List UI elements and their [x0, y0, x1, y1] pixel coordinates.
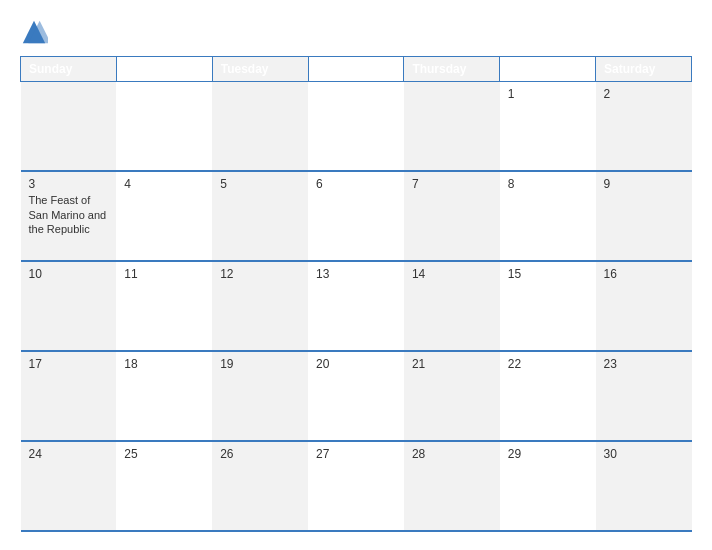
day-number: 8	[508, 177, 588, 191]
header-tuesday: Tuesday	[212, 57, 308, 82]
calendar-cell: 28	[404, 441, 500, 531]
weekday-header-row: Sunday Monday Tuesday Wednesday Thursday…	[21, 57, 692, 82]
calendar-week-row: 3The Feast of San Marino and the Republi…	[21, 171, 692, 261]
calendar-week-row: 17181920212223	[21, 351, 692, 441]
header-thursday: Thursday	[404, 57, 500, 82]
calendar-cell: 19	[212, 351, 308, 441]
day-number: 26	[220, 447, 300, 461]
calendar-cell: 21	[404, 351, 500, 441]
day-number: 15	[508, 267, 588, 281]
day-number: 29	[508, 447, 588, 461]
calendar-week-row: 12	[21, 82, 692, 172]
day-number: 18	[124, 357, 204, 371]
calendar-cell: 10	[21, 261, 117, 351]
day-number: 1	[508, 87, 588, 101]
calendar-cell: 7	[404, 171, 500, 261]
day-number: 10	[29, 267, 109, 281]
logo	[20, 18, 50, 46]
calendar-body: 123The Feast of San Marino and the Repub…	[21, 82, 692, 532]
calendar-page: Sunday Monday Tuesday Wednesday Thursday…	[0, 0, 712, 550]
day-number: 3	[29, 177, 109, 191]
calendar-cell: 30	[596, 441, 692, 531]
calendar-cell	[212, 82, 308, 172]
calendar-cell: 6	[308, 171, 404, 261]
calendar-cell: 29	[500, 441, 596, 531]
day-number: 7	[412, 177, 492, 191]
calendar-cell: 1	[500, 82, 596, 172]
day-number: 28	[412, 447, 492, 461]
calendar-cell: 12	[212, 261, 308, 351]
calendar-cell: 5	[212, 171, 308, 261]
calendar-cell: 18	[116, 351, 212, 441]
header	[20, 18, 692, 46]
calendar-cell: 25	[116, 441, 212, 531]
calendar-table: Sunday Monday Tuesday Wednesday Thursday…	[20, 56, 692, 532]
day-number: 20	[316, 357, 396, 371]
calendar-event: The Feast of San Marino and the Republic	[29, 194, 107, 235]
header-sunday: Sunday	[21, 57, 117, 82]
header-friday: Friday	[500, 57, 596, 82]
calendar-cell: 9	[596, 171, 692, 261]
calendar-cell	[404, 82, 500, 172]
calendar-cell: 23	[596, 351, 692, 441]
calendar-cell: 2	[596, 82, 692, 172]
day-number: 23	[604, 357, 684, 371]
calendar-cell	[21, 82, 117, 172]
day-number: 17	[29, 357, 109, 371]
day-number: 11	[124, 267, 204, 281]
calendar-cell: 26	[212, 441, 308, 531]
calendar-cell: 20	[308, 351, 404, 441]
day-number: 16	[604, 267, 684, 281]
calendar-cell: 24	[21, 441, 117, 531]
day-number: 13	[316, 267, 396, 281]
calendar-week-row: 10111213141516	[21, 261, 692, 351]
calendar-cell: 15	[500, 261, 596, 351]
day-number: 22	[508, 357, 588, 371]
calendar-cell: 17	[21, 351, 117, 441]
calendar-header: Sunday Monday Tuesday Wednesday Thursday…	[21, 57, 692, 82]
calendar-cell: 16	[596, 261, 692, 351]
day-number: 2	[604, 87, 684, 101]
day-number: 24	[29, 447, 109, 461]
day-number: 12	[220, 267, 300, 281]
day-number: 21	[412, 357, 492, 371]
calendar-cell: 8	[500, 171, 596, 261]
calendar-cell: 22	[500, 351, 596, 441]
day-number: 27	[316, 447, 396, 461]
day-number: 30	[604, 447, 684, 461]
day-number: 4	[124, 177, 204, 191]
calendar-cell: 27	[308, 441, 404, 531]
calendar-cell	[116, 82, 212, 172]
calendar-week-row: 24252627282930	[21, 441, 692, 531]
header-monday: Monday	[116, 57, 212, 82]
calendar-cell	[308, 82, 404, 172]
header-saturday: Saturday	[596, 57, 692, 82]
day-number: 19	[220, 357, 300, 371]
header-wednesday: Wednesday	[308, 57, 404, 82]
calendar-cell: 3The Feast of San Marino and the Republi…	[21, 171, 117, 261]
calendar-cell: 11	[116, 261, 212, 351]
day-number: 25	[124, 447, 204, 461]
calendar-cell: 4	[116, 171, 212, 261]
day-number: 14	[412, 267, 492, 281]
day-number: 5	[220, 177, 300, 191]
calendar-cell: 14	[404, 261, 500, 351]
calendar-cell: 13	[308, 261, 404, 351]
logo-icon	[20, 18, 48, 46]
day-number: 9	[604, 177, 684, 191]
day-number: 6	[316, 177, 396, 191]
